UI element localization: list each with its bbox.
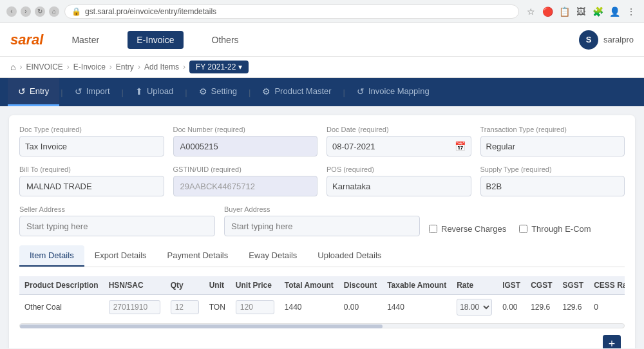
gstin-label: GSTIN/UID (required) <box>173 165 318 173</box>
sub-tab-eway-details[interactable]: Eway Details <box>238 245 307 267</box>
user-avatar: S <box>579 30 598 50</box>
col-taxable-amount: Taxable Amount <box>382 276 451 295</box>
main-content: Doc Type (required) Tax Invoice Doc Numb… <box>0 106 644 348</box>
cell-total-amount: 1440 <box>279 295 339 320</box>
doc-date-wrap: 📅 <box>327 136 471 156</box>
through-ecom-label: Through E-Com <box>531 224 591 234</box>
unit-price-input[interactable] <box>236 300 274 314</box>
tab-upload-label: Upload <box>147 86 173 96</box>
cell-cgst: 129.6 <box>526 295 557 320</box>
form-row-2: Bill To (required) GSTIN/UID (required) … <box>19 165 625 196</box>
tab-setting[interactable]: ⚙ Setting <box>189 78 247 106</box>
tab-import[interactable]: ↺ Import <box>64 78 120 106</box>
doc-number-group: Doc Number (required) <box>173 126 318 156</box>
doc-type-select[interactable]: Tax Invoice <box>19 136 164 156</box>
nav-master[interactable]: Master <box>62 31 108 49</box>
gstin-input[interactable] <box>173 176 318 196</box>
col-cess-rate: CESS Rate <box>589 276 625 295</box>
ext1-icon[interactable]: 🔴 <box>541 5 554 18</box>
buyer-address-input[interactable] <box>224 216 420 236</box>
nav-einvoice[interactable]: E-Invoice <box>128 31 183 49</box>
tab-product-master-label: Product Master <box>274 86 331 96</box>
through-ecom-item: Through E-Com <box>519 224 591 234</box>
tab-setting-label: Setting <box>211 86 237 96</box>
browser-bar: ‹ › ↻ ⌂ 🔒 gst.saral.pro/einvoice/entry/i… <box>0 0 644 23</box>
table-row: Other Coal TON 1440 0.00 1440 18.00 <box>19 295 625 320</box>
breadcrumb-add-items[interactable]: Add Items <box>144 62 179 71</box>
rate-select[interactable]: 18.00 <box>457 299 492 316</box>
home-button[interactable]: ⌂ <box>49 6 59 17</box>
url-bar[interactable]: 🔒 gst.saral.pro/einvoice/entry/itemdetai… <box>64 5 519 19</box>
seller-address-label: Seller Address <box>19 205 215 213</box>
ext3-icon[interactable]: 🖼 <box>574 5 587 18</box>
through-ecom-checkbox[interactable] <box>519 225 527 233</box>
reverse-charges-checkbox[interactable] <box>429 225 437 233</box>
breadcrumb-bar: ⌂ › EINVOICE › E-Invoice › Entry › Add I… <box>0 57 644 78</box>
hsn-input[interactable] <box>109 300 160 314</box>
bill-to-label: Bill To (required) <box>19 165 164 173</box>
breadcrumb-entry[interactable]: Entry <box>116 62 134 71</box>
sub-tab-uploaded-details[interactable]: Uploaded Details <box>307 245 392 267</box>
more-icon[interactable]: ⋮ <box>625 5 638 18</box>
sub-tab-payment-details[interactable]: Payment Details <box>157 245 239 267</box>
home-breadcrumb-icon[interactable]: ⌂ <box>10 62 15 72</box>
tab-upload[interactable]: ⬆ Upload <box>125 78 184 106</box>
forward-button[interactable]: › <box>21 6 31 17</box>
pos-select[interactable]: Karnataka <box>327 176 471 196</box>
tab-entry[interactable]: ↺ Entry <box>8 78 59 106</box>
col-unit-price: Unit Price <box>231 276 279 295</box>
fy-selector[interactable]: FY 2021-22 ▾ <box>189 61 249 73</box>
entry-tab-icon: ↺ <box>18 86 26 97</box>
doc-date-input[interactable] <box>332 142 455 151</box>
upload-tab-icon: ⬆ <box>135 86 143 97</box>
tab-invoice-mapping[interactable]: ↺ Invoice Mapping <box>346 78 440 106</box>
cell-taxable-amount: 1440 <box>382 295 451 320</box>
sub-tab-export-details[interactable]: Export Details <box>84 245 157 267</box>
ext2-icon[interactable]: 📋 <box>558 5 571 18</box>
bookmark-icon[interactable]: ☆ <box>524 5 537 18</box>
col-discount: Discount <box>339 276 382 295</box>
transaction-type-label: Transaction Type (required) <box>480 126 625 133</box>
supply-type-label: Supply Type (required) <box>480 165 625 173</box>
tab-bar: ↺ Entry | ↺ Import | ⬆ Upload | ⚙ Settin… <box>0 78 644 106</box>
supply-type-group: Supply Type (required) B2B <box>480 165 625 196</box>
add-row-button[interactable]: + <box>603 335 621 348</box>
doc-type-group: Doc Type (required) Tax Invoice <box>19 126 164 156</box>
items-table: Product Description HSN/SAC Qty Unit Uni… <box>19 276 625 319</box>
buyer-address-label: Buyer Address <box>224 205 420 213</box>
cell-discount: 0.00 <box>339 295 382 320</box>
breadcrumb-einvoice[interactable]: EINVOICE <box>26 62 62 71</box>
qty-input[interactable] <box>171 300 199 314</box>
breadcrumb-einvoice2[interactable]: E-Invoice <box>73 62 106 71</box>
cell-qty <box>166 295 204 320</box>
col-product-desc: Product Description <box>19 276 104 295</box>
import-tab-icon: ↺ <box>75 86 82 97</box>
nav-others[interactable]: Others <box>203 31 248 49</box>
bill-to-group: Bill To (required) <box>19 165 164 196</box>
ext4-icon[interactable]: 🧩 <box>591 5 604 18</box>
seller-address-group: Seller Address <box>19 205 215 236</box>
form-row-1: Doc Type (required) Tax Invoice Doc Numb… <box>19 126 625 156</box>
back-button[interactable]: ‹ <box>6 6 17 17</box>
cell-sgst: 129.6 <box>558 295 589 320</box>
tab-product-master[interactable]: ⚙ Product Master <box>252 78 341 106</box>
sub-tabs: Item Details Export Details Payment Deta… <box>19 245 625 267</box>
checkbox-area: Reverse Charges Through E-Com <box>429 224 625 236</box>
transaction-type-select[interactable]: Regular <box>480 136 625 156</box>
buyer-address-group: Buyer Address <box>224 205 420 236</box>
invoice-mapping-tab-icon: ↺ <box>357 86 365 97</box>
refresh-button[interactable]: ↻ <box>35 6 45 17</box>
calendar-icon[interactable]: 📅 <box>455 141 466 151</box>
seller-address-input[interactable] <box>19 216 215 236</box>
user-profile-icon[interactable]: 👤 <box>608 5 621 18</box>
transaction-type-group: Transaction Type (required) Regular <box>480 126 625 156</box>
supply-type-select[interactable]: B2B <box>480 176 625 196</box>
sub-tab-item-details[interactable]: Item Details <box>19 245 84 267</box>
bill-to-input[interactable] <box>19 176 164 196</box>
browser-controls: ‹ › ↻ ⌂ <box>6 6 59 17</box>
doc-number-input[interactable] <box>173 136 318 156</box>
add-row-area: + <box>19 332 625 348</box>
horizontal-scrollbar[interactable] <box>19 323 625 328</box>
url-text: gst.saral.pro/einvoice/entry/itemdetails <box>85 7 216 16</box>
col-qty: Qty <box>166 276 204 295</box>
